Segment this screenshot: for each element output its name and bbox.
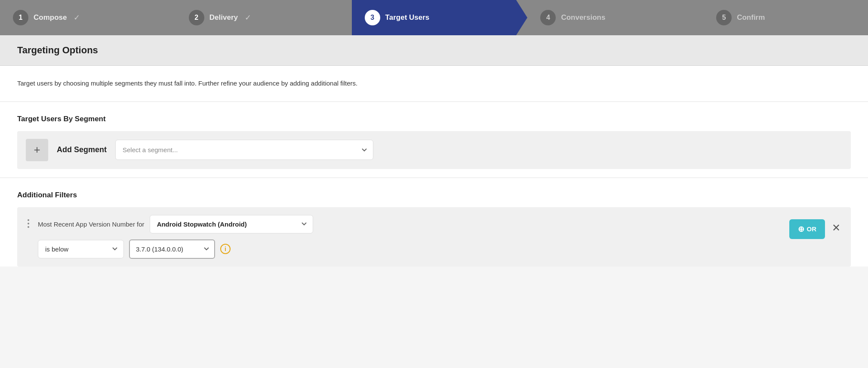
check-icon-delivery: ✓ — [245, 13, 251, 22]
targeting-options-header: Targeting Options — [0, 35, 868, 66]
step-label-delivery: Delivery — [209, 13, 238, 22]
filter-bottom-row: is below 3.7.0 (134.0.0.0) i — [38, 239, 782, 259]
or-button[interactable]: ⊕ OR — [789, 219, 825, 239]
filter-row: Most Recent App Version Number for Andro… — [17, 207, 851, 267]
filter-actions: ⊕ OR ✕ — [789, 215, 843, 239]
wizard-step-confirm[interactable]: 5 Confirm — [703, 0, 868, 35]
add-segment-plus-button[interactable]: + — [26, 139, 48, 161]
add-segment-label: Add Segment — [57, 145, 107, 154]
info-icon[interactable]: i — [220, 244, 231, 254]
targeting-options-title: Targeting Options — [17, 45, 851, 56]
arrow-3 — [516, 0, 527, 35]
step-number-5: 5 — [716, 10, 732, 25]
description-section: Target users by choosing multiple segmen… — [0, 66, 868, 102]
step-number-1: 1 — [13, 10, 28, 25]
segment-section-title: Target Users By Segment — [17, 115, 851, 123]
remove-filter-button[interactable]: ✕ — [830, 219, 842, 236]
filter-top-row: Most Recent App Version Number for Andro… — [38, 215, 782, 233]
step-label-target-users: Target Users — [385, 13, 430, 22]
app-version-select[interactable]: Android Stopwatch (Android) — [150, 215, 313, 233]
wizard-step-compose[interactable]: 1 Compose ✓ — [0, 0, 165, 35]
step-number-3: 3 — [365, 10, 380, 25]
add-segment-row: + Add Segment Select a segment... — [17, 131, 851, 169]
step-number-2: 2 — [189, 10, 204, 25]
segment-section: Target Users By Segment + Add Segment Se… — [0, 102, 868, 178]
wizard-step-conversions[interactable]: 4 Conversions — [527, 0, 692, 35]
or-plus-icon: ⊕ — [798, 224, 804, 234]
drag-handle[interactable] — [26, 215, 31, 232]
step-label-compose: Compose — [34, 13, 67, 22]
filters-section-title: Additional Filters — [17, 191, 851, 199]
arrow-4 — [692, 0, 703, 35]
arrow-1 — [165, 0, 176, 35]
filter-controls: Most Recent App Version Number for Andro… — [38, 215, 782, 259]
drag-dot-2 — [28, 223, 29, 224]
wizard-step-target-users[interactable]: 3 Target Users — [352, 0, 517, 35]
condition-select[interactable]: is below — [38, 240, 124, 258]
step-label-conversions: Conversions — [561, 13, 605, 22]
description-text: Target users by choosing multiple segmen… — [17, 79, 851, 89]
drag-dot-3 — [28, 226, 29, 228]
version-select[interactable]: 3.7.0 (134.0.0.0) — [129, 239, 215, 259]
filter-label: Most Recent App Version Number for — [38, 221, 145, 228]
or-button-label: OR — [807, 225, 817, 233]
arrow-2 — [341, 0, 352, 35]
segment-select[interactable]: Select a segment... — [115, 140, 373, 160]
step-label-confirm: Confirm — [737, 13, 765, 22]
main-content: Targeting Options Target users by choosi… — [0, 35, 868, 267]
step-number-4: 4 — [540, 10, 556, 25]
wizard-step-delivery[interactable]: 2 Delivery ✓ — [176, 0, 341, 35]
filters-section: Additional Filters Most Recent App Versi… — [0, 178, 868, 267]
drag-dot-1 — [28, 219, 29, 221]
check-icon-compose: ✓ — [74, 13, 80, 22]
wizard-bar: 1 Compose ✓ 2 Delivery ✓ 3 Target Users … — [0, 0, 868, 35]
